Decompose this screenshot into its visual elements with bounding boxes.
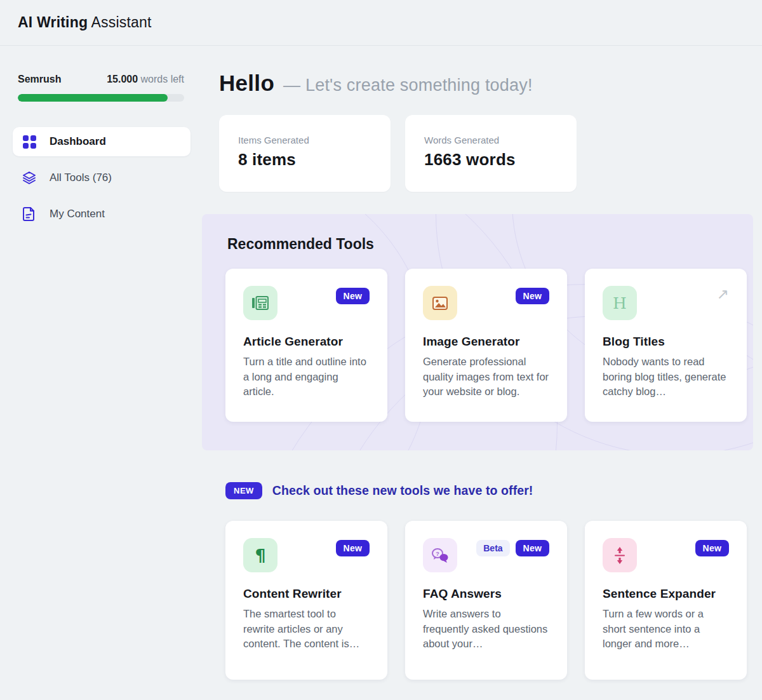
new-badge: New: [695, 540, 729, 556]
layers-icon: [22, 170, 37, 185]
tool-card-description: Nobody wants to read boring blog titles,…: [603, 354, 729, 400]
chat-bubbles-icon: ?: [423, 538, 457, 572]
tool-card-description: Write answers to frequently asked questi…: [423, 607, 549, 652]
words-left-value: 15.000: [107, 74, 138, 84]
pilcrow-icon: ¶: [243, 538, 277, 572]
greeting-subtitle: — Let's create something today!: [283, 76, 533, 95]
image-icon: [423, 286, 457, 320]
letter-h-icon: H: [603, 286, 637, 320]
tool-card-title: Image Generator: [423, 335, 549, 349]
stat-label: Words Generated: [424, 135, 558, 145]
tool-card-faq-answers[interactable]: ? Beta New FAQ Answers Write answers to …: [405, 521, 567, 680]
sidebar-item-all-tools[interactable]: All Tools (76): [13, 163, 190, 192]
sidebar-item-label: My Content: [50, 208, 105, 220]
recommended-tools-title: Recommended Tools: [227, 236, 753, 253]
svg-text:?: ?: [436, 550, 439, 556]
main-content: Hello — Let's create something today! It…: [202, 46, 762, 680]
sidebar-item-dashboard[interactable]: Dashboard: [13, 127, 190, 156]
tool-card-title: Article Generator: [243, 335, 370, 349]
new-badge: NEW: [225, 482, 262, 499]
sidebar-item-label: Dashboard: [50, 135, 106, 148]
tool-card-article-generator[interactable]: New Article Generator Turn a title and o…: [225, 269, 387, 422]
stat-card-words-generated: Words Generated 1663 words: [405, 115, 577, 192]
new-tools-callout: NEW Check out these new tools we have to…: [225, 482, 753, 499]
greeting: Hello: [219, 71, 274, 96]
greeting-row: Hello — Let's create something today!: [219, 71, 753, 96]
sidebar-item-label: All Tools (76): [50, 172, 112, 184]
app-title: AI Writing Assistant: [18, 14, 152, 31]
tool-card-title: FAQ Answers: [423, 587, 549, 601]
tool-card-title: Blog Titles: [603, 335, 729, 349]
plan-usage-row: Semrush 15.000 words left: [18, 74, 184, 85]
plan-name: Semrush: [18, 74, 61, 85]
tool-card-blog-titles[interactable]: H ↗ Blog Titles Nobody wants to read bor…: [585, 269, 747, 422]
app-title-light: Assistant: [91, 14, 152, 30]
tool-card-sentence-expander[interactable]: New Sentence Expander Turn a few words o…: [585, 521, 747, 680]
app-title-bold: AI Writing: [18, 14, 88, 30]
words-progress-bar: [18, 94, 184, 102]
words-progress-fill: [18, 94, 168, 102]
open-arrow-icon: ↗: [717, 287, 729, 302]
new-badge: New: [336, 288, 370, 304]
tool-card-title: Content Rewriter: [243, 587, 370, 601]
sidebar-nav: Dashboard All Tools (76): [13, 127, 190, 229]
stat-card-items-generated: Items Generated 8 items: [219, 115, 391, 192]
stat-label: Items Generated: [238, 135, 371, 145]
newspaper-icon: [243, 286, 277, 320]
document-icon: [22, 206, 37, 222]
stat-value: 1663 words: [424, 150, 558, 170]
app-header: AI Writing Assistant: [0, 0, 762, 46]
new-badge: New: [516, 540, 549, 556]
tool-card-description: The smartest tool to rewrite articles or…: [243, 607, 370, 652]
new-badge: New: [336, 540, 370, 556]
grid-icon: [22, 134, 37, 149]
tool-card-description: Turn a few words or a short sentence int…: [603, 607, 729, 652]
sidebar-item-my-content[interactable]: My Content: [13, 199, 190, 229]
new-tools-title: Check out these new tools we have to off…: [272, 483, 533, 498]
beta-badge: Beta: [476, 540, 509, 556]
expand-vertical-icon: [603, 538, 637, 572]
stat-value: 8 items: [238, 150, 371, 170]
tool-card-description: Turn a title and outline into a long and…: [243, 354, 370, 400]
sidebar: Semrush 15.000 words left Dashboard: [0, 46, 202, 680]
words-left-label: 15.000 words left: [107, 74, 184, 85]
stats-row: Items Generated 8 items Words Generated …: [219, 115, 753, 192]
tool-card-image-generator[interactable]: New Image Generator Generate professiona…: [405, 269, 567, 422]
recommended-cards-row: New Article Generator Turn a title and o…: [225, 269, 753, 422]
new-tools-cards-row: ¶ New Content Rewriter The smartest tool…: [225, 521, 753, 680]
new-badge: New: [516, 288, 549, 304]
recommended-tools-panel: Recommended Tools: [202, 214, 753, 450]
tool-card-title: Sentence Expander: [603, 587, 729, 601]
tool-card-content-rewriter[interactable]: ¶ New Content Rewriter The smartest tool…: [225, 521, 387, 680]
tool-card-description: Generate professional quality images fro…: [423, 354, 549, 400]
